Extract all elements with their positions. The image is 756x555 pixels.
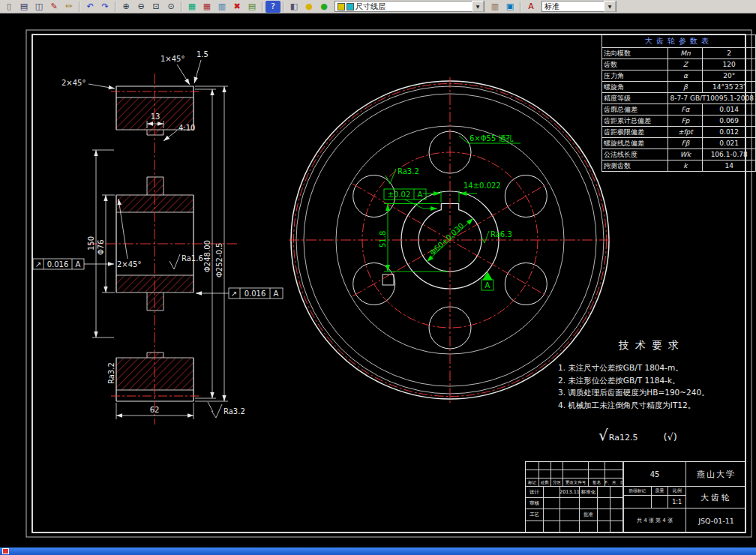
param-symbol: Fα [668, 104, 703, 116]
param-label: 螺旋线总偏差 [602, 138, 668, 149]
title-block-middle: 45 阶段标记 质量 比例 1:1 共 4 张 第 4 张 [623, 462, 686, 532]
layer-manager-icon[interactable]: ▦ [184, 1, 200, 13]
symmetry-datum: A [418, 190, 423, 199]
dim-chamfer-1x45: 1×45° [160, 55, 184, 63]
roughness-ra63: Ra6.3 [490, 230, 512, 238]
rect-shape [116, 358, 194, 390]
layer-color-icon[interactable]: ▣ [502, 1, 518, 13]
toolbar-separator [520, 2, 521, 12]
staff-cell [544, 521, 560, 533]
layer-list-icon[interactable]: ▥ [488, 1, 502, 13]
toolbar-separator [115, 2, 116, 12]
rect-shape [147, 292, 164, 310]
drawing-canvas[interactable]: 62 150 Φ76 Φ248.00 Φ252-0.5 13 4:10 1×45… [0, 14, 756, 548]
taskbar[interactable] [0, 548, 756, 555]
param-table-row: 压力角α20° [602, 70, 756, 82]
chevron-down-icon[interactable]: ▼ [472, 1, 484, 12]
technical-requirements: 技术要求 1. 未注尺寸公差按GB/T 1804-m。2. 未注形位公差按GB/… [558, 339, 746, 411]
chevron-down-icon[interactable]: ▼ [604, 1, 616, 12]
print-icon[interactable]: ▤ [16, 1, 32, 13]
layer-combo[interactable]: 尺寸线层 ▼ [334, 1, 484, 12]
stage-value [624, 496, 652, 508]
grid-icon[interactable]: ▤ [244, 1, 260, 13]
revision-header-row: 标记处数分区更改文件号签名年、月、日 [526, 478, 623, 487]
help-icon[interactable]: ? [266, 1, 280, 13]
revision-header-cell: 签名 [589, 478, 605, 487]
param-table-row: 精度等级8-7-7 GB/T10095.1-2008 [602, 93, 756, 104]
rect-shape [147, 130, 164, 135]
surface-roughness-value: Ra12.5 [609, 433, 638, 442]
revision-row [526, 462, 623, 470]
param-value: 120 [703, 59, 756, 70]
revision-cell [551, 462, 563, 470]
staff-row: 审核 [526, 498, 623, 509]
param-table-row: 法向模数Mn2 [602, 48, 756, 59]
param-label: 精度等级 [602, 93, 668, 104]
staff-cell [610, 521, 623, 533]
tech-req-item: 4. 机械加工未注倒角尺寸精度为IT12。 [558, 399, 746, 412]
param-value: 20° [703, 70, 756, 82]
edit-attr-icon[interactable]: ✏ [62, 1, 76, 13]
style-combo-value: 标准 [544, 2, 604, 12]
zoom-window-icon[interactable]: ⊡ [148, 1, 164, 13]
text-style-icon[interactable]: A [524, 1, 538, 13]
param-label: 齿数 [602, 59, 668, 70]
revision-header-cell: 分区 [551, 478, 563, 487]
dim-chamfer-2x45-hub: 2×45° [117, 260, 141, 268]
staff-cell [544, 487, 560, 498]
block-icon[interactable]: ▥ [214, 1, 230, 13]
zoom-out-icon[interactable]: ⊖ [134, 1, 148, 13]
cad-application-window: ▯▤◫✎✏↶↷⊕⊖⊡⊙▦▦▥✖▤?◧●● 尺寸线层 ▼ ▥▣A 标准 ▼ [0, 0, 756, 555]
title-block-revision-area: 标记处数分区更改文件号签名年、月、日设计2013.11标准化审核工艺批准 [526, 462, 623, 532]
mass-label: 质量 [652, 487, 669, 496]
datum-a-label: A [485, 281, 490, 290]
param-symbol: Wk [668, 149, 703, 160]
zoom-in-icon[interactable]: ⊕ [118, 1, 134, 13]
zoom-extents-icon[interactable]: ⊙ [164, 1, 178, 13]
tech-req-items: 1. 未注尺寸公差按GB/T 1804-m。2. 未注形位公差按GB/T 118… [558, 362, 746, 411]
toolbar-separator [181, 2, 182, 12]
print-preview-icon[interactable]: ◫ [32, 1, 46, 13]
param-table-row: 齿廓总偏差Fα0.014 [602, 104, 756, 116]
title-block-right: 燕山大学 大齿轮 JSQ-01-11 [686, 462, 746, 532]
param-value: 0.021 [703, 138, 756, 149]
rect-shape [116, 195, 194, 212]
param-label: 公法线长度 [602, 149, 668, 160]
revision-cell [589, 462, 605, 470]
param-table-row: 公法线长度Wk106.1-0.78 [602, 149, 756, 160]
param-table-row: 跨测齿数k14 [602, 160, 756, 172]
toolbar: ▯▤◫✎✏↶↷⊕⊖⊡⊙▦▦▥✖▤?◧●● 尺寸线层 ▼ ▥▣A 标准 ▼ [0, 0, 756, 14]
toolbar-separator [283, 2, 284, 12]
param-symbol: α [668, 70, 703, 82]
text-style-combo[interactable]: 标准 ▼ [542, 1, 616, 12]
render-ball-yellow-icon[interactable]: ● [302, 1, 316, 13]
dim-length-150: 150 [87, 236, 95, 250]
revision-cell [589, 470, 605, 478]
tech-req-title: 技术要求 [558, 339, 746, 352]
param-value: 2 [703, 48, 756, 59]
erase-icon[interactable]: ✖ [230, 1, 244, 13]
roughness-ra32-bottom: Ra3.2 [224, 407, 245, 416]
edit-icon[interactable]: ✎ [46, 1, 62, 13]
path-shape [483, 272, 492, 280]
toolbar-group-main: ▯▤◫✎✏↶↷⊕⊖⊡⊙▦▦▥✖▤?◧●● [2, 1, 332, 13]
taskbar-app-icon[interactable] [2, 548, 9, 554]
staff-cell [610, 498, 623, 509]
redo-icon[interactable]: ↷ [98, 1, 112, 13]
staff-row: 工艺批准 [526, 509, 623, 521]
stage-label: 阶段标记 [624, 487, 652, 496]
undo-icon[interactable]: ↶ [82, 1, 98, 13]
new-icon[interactable]: ▯ [2, 1, 16, 13]
path-shape [384, 204, 448, 272]
staff-cell [610, 509, 623, 521]
render-ball-green-icon[interactable]: ● [316, 1, 332, 13]
table-icon[interactable]: ▦ [200, 1, 214, 13]
staff-cell [598, 498, 610, 509]
holes-note: 6×Φ55 通孔 [470, 134, 514, 142]
surface-roughness-icon: √ [598, 426, 608, 444]
keyway-depth-dim: 51.8 [379, 231, 387, 248]
staff-cell [580, 521, 598, 533]
staff-cell [598, 521, 610, 533]
rect-shape [147, 177, 164, 195]
view-icon[interactable]: ◧ [286, 1, 302, 13]
